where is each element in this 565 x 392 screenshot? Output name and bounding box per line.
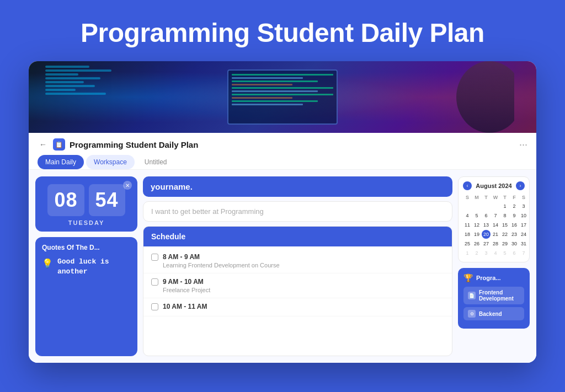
cal-prev-button[interactable]: ‹: [463, 181, 472, 190]
cal-day[interactable]: 1: [463, 249, 472, 257]
cal-day[interactable]: 13: [482, 221, 491, 229]
cal-day[interactable]: 11: [463, 221, 472, 229]
quote-icon: 💡: [42, 258, 53, 269]
hero-monitor: [227, 69, 338, 125]
cal-day[interactable]: 4: [491, 249, 500, 257]
cal-day[interactable]: 10: [519, 211, 528, 220]
cal-day-today[interactable]: 20: [482, 230, 491, 239]
cal-day[interactable]: 5: [500, 249, 509, 257]
cal-day[interactable]: 25: [463, 239, 472, 248]
cal-day[interactable]: 8: [500, 211, 509, 220]
cal-day[interactable]: [463, 202, 472, 211]
app-nav: ← 📋 Programming Student Daily Plan ···: [38, 138, 527, 151]
tab-workspace[interactable]: Workspace: [86, 155, 135, 169]
cal-day[interactable]: 15: [500, 221, 509, 229]
calendar-month: August 2024: [476, 182, 511, 189]
prog-item-label-1: Frontend Development: [479, 289, 520, 302]
cal-day[interactable]: 3: [519, 202, 528, 211]
quotes-title: Quotes Of The D...: [42, 244, 131, 251]
schedule-item-1: 8 AM - 9 AM Learning Frontend Developmen…: [143, 249, 452, 273]
cal-day[interactable]: 26: [472, 239, 481, 248]
hero-figure: [431, 61, 514, 133]
calendar-header: ‹ August 2024 ›: [463, 181, 525, 190]
goal-text: I want to get better at Programming: [151, 207, 444, 216]
clock-day: TUESDAY: [42, 219, 131, 226]
cal-day[interactable]: 6: [510, 249, 519, 257]
schedule-checkbox-3[interactable]: [151, 303, 158, 310]
cal-day[interactable]: 7: [491, 211, 500, 220]
cal-day[interactable]: 23: [510, 230, 519, 239]
hero-code-decoration: [45, 66, 111, 95]
progress-item-1[interactable]: 📄 Frontend Development: [463, 287, 524, 304]
clock-hours: 08: [47, 184, 84, 216]
tab-main-daily[interactable]: Main Daily: [38, 155, 84, 169]
cal-day[interactable]: 28: [491, 239, 500, 248]
hero-banner: [29, 61, 536, 133]
cal-day[interactable]: 2: [510, 202, 519, 211]
cal-day[interactable]: 14: [491, 221, 500, 229]
user-name: yourname.: [151, 182, 445, 191]
schedule-item-2: 9 AM - 10 AM Freelance Project: [143, 273, 452, 298]
cal-day[interactable]: 29: [500, 239, 509, 248]
cal-day[interactable]: [482, 202, 491, 211]
cal-header-t1: T: [482, 194, 491, 201]
cal-day[interactable]: 1: [500, 202, 509, 211]
cal-day[interactable]: 12: [472, 221, 481, 229]
app-window: ← 📋 Programming Student Daily Plan ··· M…: [29, 61, 536, 363]
tab-untitled[interactable]: Untitled: [137, 155, 175, 169]
cal-day[interactable]: 17: [519, 221, 528, 229]
quotes-widget: Quotes Of The D... 💡 Good luck is anothe…: [35, 237, 137, 356]
clock-minutes: 54: [89, 184, 125, 216]
cal-day[interactable]: 2: [472, 249, 481, 257]
cal-day[interactable]: 9: [510, 211, 519, 220]
cal-day[interactable]: 27: [482, 239, 491, 248]
schedule-checkbox-2[interactable]: [151, 278, 158, 286]
schedule-desc-2: Freelance Project: [151, 287, 444, 293]
prog-item-label-2: Backend: [479, 311, 502, 317]
schedule-time-1: 8 AM - 9 AM: [151, 253, 444, 261]
schedule-time-3: 10 AM - 11 AM: [151, 303, 444, 310]
prog-item-icon-2: ⚙: [468, 310, 476, 318]
clock-display: 08 54: [42, 184, 131, 216]
cal-day[interactable]: 3: [482, 249, 491, 257]
cal-day[interactable]: 5: [472, 211, 481, 220]
schedule-card: Schedule 8 AM - 9 AM Learning Frontend D…: [143, 226, 452, 356]
cal-day[interactable]: [472, 202, 481, 211]
cal-day[interactable]: [491, 202, 500, 211]
close-button[interactable]: ✕: [123, 181, 132, 190]
left-panel: ✕ 08 54 TUESDAY Quotes Of The D... 💡 Goo…: [35, 176, 137, 356]
progress-widget: 🏆 Progra... 📄 Frontend Development ⚙ Bac…: [458, 268, 530, 329]
back-button[interactable]: ←: [38, 139, 49, 150]
goal-card[interactable]: I want to get better at Programming: [143, 201, 452, 222]
middle-panel: yourname. I want to get better at Progra…: [137, 176, 458, 356]
cal-day[interactable]: 30: [510, 239, 519, 248]
app-title-text: Programming Student Daily Plan: [70, 140, 515, 149]
cal-day[interactable]: 4: [463, 211, 472, 220]
cal-day[interactable]: 19: [472, 230, 481, 239]
progress-title: Progra...: [476, 275, 501, 281]
cal-header-w: W: [491, 194, 500, 201]
name-card[interactable]: yourname.: [143, 176, 452, 197]
prog-item-icon-1: 📄: [468, 292, 476, 299]
quote-item: 💡 Good luck is another: [42, 257, 131, 277]
cal-header-m: M: [472, 194, 481, 201]
cal-day[interactable]: 18: [463, 230, 472, 239]
cal-header-f: F: [510, 194, 519, 201]
cal-header-s2: S: [519, 194, 528, 201]
progress-item-2[interactable]: ⚙ Backend: [463, 307, 524, 320]
cal-day[interactable]: 22: [500, 230, 509, 239]
schedule-checkbox-1[interactable]: [151, 254, 158, 261]
cal-header-t2: T: [500, 194, 509, 201]
more-button[interactable]: ···: [519, 139, 527, 151]
schedule-time-2: 9 AM - 10 AM: [151, 278, 444, 286]
progress-header: 🏆 Progra...: [463, 273, 524, 282]
calendar-widget: ‹ August 2024 › S M T W T F S: [458, 176, 530, 262]
cal-day[interactable]: 21: [491, 230, 500, 239]
cal-day[interactable]: 6: [482, 211, 491, 220]
cal-next-button[interactable]: ›: [516, 181, 525, 190]
cal-day[interactable]: 7: [519, 249, 528, 257]
cal-day[interactable]: 16: [510, 221, 519, 229]
cal-day[interactable]: 24: [519, 230, 528, 239]
cal-day[interactable]: 31: [519, 239, 528, 248]
main-content: ✕ 08 54 TUESDAY Quotes Of The D... 💡 Goo…: [29, 170, 536, 363]
